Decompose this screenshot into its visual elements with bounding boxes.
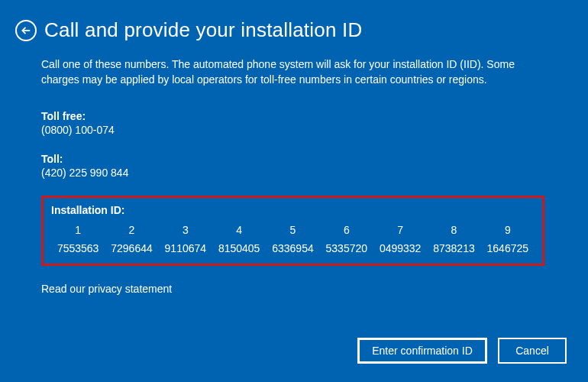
- iid-column: 2 7296644: [105, 224, 158, 254]
- installation-id-table: 1 7553563 2 7296644 3 9110674 4 8150405 …: [51, 224, 535, 254]
- iid-index: 9: [481, 224, 535, 236]
- iid-index: 6: [320, 224, 373, 236]
- toll-free-label: Toll free:: [41, 110, 547, 122]
- toll-number: (420) 225 990 844: [41, 167, 547, 179]
- enter-confirmation-id-button[interactable]: Enter confirmation ID: [357, 338, 487, 364]
- iid-index: 8: [427, 224, 480, 236]
- toll-free-section: Toll free: (0800) 100-074: [41, 110, 547, 136]
- iid-index: 3: [159, 224, 212, 236]
- iid-column: 7 0499332: [373, 224, 427, 254]
- iid-value: 0499332: [373, 242, 427, 254]
- iid-value: 6336954: [266, 242, 319, 254]
- iid-column: 6 5335720: [320, 224, 373, 254]
- installation-id-box: Installation ID: 1 7553563 2 7296644 3 9…: [41, 196, 544, 266]
- iid-column: 3 9110674: [159, 224, 212, 254]
- installation-id-label: Installation ID:: [51, 204, 535, 216]
- iid-value: 5335720: [320, 242, 373, 254]
- page-title: Call and provide your installation ID: [44, 18, 362, 42]
- iid-column: 1 7553563: [51, 224, 105, 254]
- iid-index: 1: [51, 224, 105, 236]
- toll-section: Toll: (420) 225 990 844: [41, 153, 547, 179]
- iid-column: 5 6336954: [266, 224, 319, 254]
- toll-free-number: (0800) 100-074: [41, 124, 547, 136]
- iid-value: 8738213: [427, 242, 480, 254]
- iid-index: 5: [266, 224, 319, 236]
- iid-value: 9110674: [159, 242, 212, 254]
- iid-column: 4 8150405: [212, 224, 266, 254]
- iid-value: 7296644: [105, 242, 158, 254]
- cancel-button[interactable]: Cancel: [498, 338, 567, 364]
- privacy-statement-link[interactable]: Read our privacy statement: [41, 283, 547, 295]
- instructions-text: Call one of these numbers. The automated…: [41, 57, 547, 87]
- iid-value: 1646725: [481, 242, 535, 254]
- iid-value: 8150405: [212, 242, 266, 254]
- toll-label: Toll:: [41, 153, 547, 165]
- iid-value: 7553563: [51, 242, 105, 254]
- iid-index: 2: [105, 224, 158, 236]
- iid-column: 9 1646725: [481, 224, 535, 254]
- iid-column: 8 8738213: [427, 224, 480, 254]
- iid-index: 4: [212, 224, 266, 236]
- arrow-left-icon: [21, 25, 31, 36]
- iid-index: 7: [373, 224, 427, 236]
- back-button[interactable]: [15, 20, 37, 41]
